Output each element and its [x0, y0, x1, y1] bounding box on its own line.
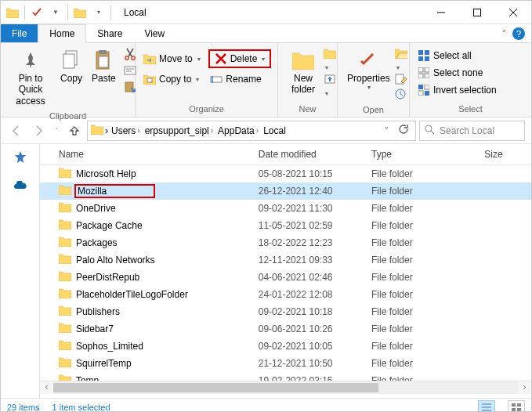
svg-rect-17	[147, 78, 152, 82]
move-to-button[interactable]: Move to▾	[140, 49, 204, 68]
column-header-name[interactable]: Name	[59, 149, 259, 160]
paste-shortcut-icon[interactable]	[124, 81, 136, 96]
svg-rect-25	[418, 56, 423, 61]
table-row[interactable]: Sidebar709-06-2021 10:26File folder	[40, 320, 531, 338]
open-icon[interactable]: ▾	[395, 48, 407, 72]
navigation-pane[interactable]	[1, 144, 40, 398]
tab-view[interactable]: View	[133, 24, 176, 42]
ribbon-group-new: New	[278, 104, 337, 117]
refresh-icon[interactable]	[395, 124, 412, 137]
status-item-count: 29 items	[7, 403, 40, 412]
properties-button[interactable]: Properties ▾	[342, 46, 395, 93]
table-row[interactable]: Mozilla26-12-2021 12:40File folder	[40, 183, 531, 200]
table-row[interactable]: Publishers09-02-2021 10:18File folder	[40, 303, 531, 320]
svg-point-9	[125, 56, 128, 60]
scroll-right-button[interactable]: ›	[518, 381, 531, 394]
folder-icon	[59, 236, 73, 250]
new-folder-button[interactable]: New folder	[283, 46, 324, 97]
breadcrumb[interactable]: erpsupport_sipl›	[143, 125, 215, 136]
onedrive-icon[interactable]	[13, 181, 27, 193]
search-input[interactable]: Search Local	[419, 121, 525, 141]
back-button[interactable]	[7, 121, 26, 140]
pin-to-quick-access-button[interactable]: Pin to Quick access	[5, 46, 56, 108]
column-header-type[interactable]: Type	[371, 149, 484, 160]
scroll-left-button[interactable]: ‹	[40, 381, 53, 394]
rename-button[interactable]: Rename	[207, 71, 264, 87]
svg-rect-14	[125, 82, 133, 92]
svg-rect-33	[418, 91, 423, 96]
table-row[interactable]: Sophos_Limited09-02-2021 10:05File folde…	[40, 338, 531, 355]
breadcrumb[interactable]: Users›	[110, 125, 142, 136]
table-row[interactable]: Package Cache11-05-2021 02:59File folder	[40, 217, 531, 234]
close-button[interactable]	[495, 1, 531, 24]
svg-rect-23	[418, 50, 423, 55]
copy-button[interactable]: Copy	[56, 46, 87, 85]
up-button[interactable]	[65, 121, 84, 140]
table-row[interactable]: Microsoft Help05-08-2021 10:15File folde…	[40, 165, 531, 183]
quick-access-icon[interactable]	[13, 150, 27, 167]
tab-share[interactable]: Share	[86, 24, 133, 42]
easy-access-icon[interactable]: ▾	[324, 74, 336, 98]
move-to-icon	[143, 52, 156, 65]
help-icon[interactable]: ?	[512, 27, 525, 40]
table-row[interactable]: PlaceholderTileLogoFolder24-01-2022 12:0…	[40, 286, 531, 303]
view-details-button[interactable]	[478, 400, 495, 413]
minimize-button[interactable]	[423, 1, 459, 24]
folder-icon	[5, 5, 20, 20]
cut-icon[interactable]	[124, 48, 136, 63]
qat-customize-icon[interactable]: ▾	[92, 5, 106, 20]
select-none-icon	[418, 67, 430, 79]
select-none-button[interactable]: Select none	[414, 65, 486, 81]
svg-rect-11	[125, 67, 136, 74]
status-selected: 1 item selected	[52, 403, 110, 412]
ribbon-collapse-icon[interactable]: ˄	[502, 29, 506, 38]
table-row[interactable]: PeerDistRepub04-06-2021 02:46File folder	[40, 269, 531, 286]
new-item-icon[interactable]: ▾	[324, 48, 336, 72]
table-row[interactable]: SquirrelTemp21-12-2021 10:50File folder	[40, 355, 531, 372]
folder-icon	[59, 322, 73, 336]
copy-to-icon	[143, 73, 156, 85]
qat-properties-icon[interactable]	[30, 5, 44, 20]
maximize-button[interactable]	[459, 1, 495, 24]
breadcrumb[interactable]: Local	[262, 125, 288, 136]
breadcrumb[interactable]: AppData›	[216, 125, 260, 136]
select-all-button[interactable]: Select all	[414, 48, 475, 63]
view-large-icons-button[interactable]	[508, 400, 525, 413]
invert-selection-button[interactable]: Invert selection	[414, 82, 500, 98]
ribbon-group-select: Select	[410, 104, 531, 117]
table-row[interactable]: OneDrive09-02-2021 11:30File folder	[40, 200, 531, 217]
forward-button[interactable]	[29, 121, 48, 140]
ribbon-group-organize: Organize	[136, 104, 277, 117]
table-row[interactable]: Palo Alto Networks12-11-2021 09:33File f…	[40, 251, 531, 269]
svg-line-36	[431, 131, 434, 134]
svg-rect-1	[474, 9, 481, 16]
folder-icon	[59, 167, 73, 181]
ribbon-group-open: Open	[338, 105, 409, 117]
select-all-icon	[418, 49, 430, 62]
svg-rect-30	[425, 74, 429, 78]
rename-icon	[210, 73, 223, 85]
column-header-date[interactable]: Date modified	[259, 149, 371, 160]
file-list[interactable]: Name Date modified Type Size Microsoft H…	[40, 144, 531, 398]
copy-to-button[interactable]: Copy to▾	[140, 71, 202, 87]
delete-button[interactable]: Delete▾	[208, 49, 272, 68]
folder-icon	[59, 184, 73, 198]
svg-rect-5	[63, 54, 74, 68]
address-bar[interactable]: › Users› erpsupport_sipl› AppData› Local…	[87, 121, 416, 141]
svg-point-10	[132, 56, 135, 60]
table-row[interactable]: Packages18-02-2022 12:23File folder	[40, 234, 531, 251]
tab-home[interactable]: Home	[38, 24, 86, 42]
svg-rect-40	[512, 403, 516, 407]
edit-icon[interactable]	[395, 74, 407, 87]
recent-button[interactable]: ˅	[51, 121, 62, 140]
copy-path-icon[interactable]	[124, 64, 136, 79]
tab-file[interactable]: File	[1, 24, 38, 42]
address-dropdown-icon[interactable]: ˅	[380, 126, 393, 135]
history-icon[interactable]	[395, 89, 407, 102]
scrollbar-horizontal[interactable]	[53, 381, 518, 394]
column-header-size[interactable]: Size	[484, 149, 531, 160]
paste-button[interactable]: Paste	[87, 46, 121, 85]
qat-dropdown-icon[interactable]: ▼	[49, 5, 63, 20]
svg-rect-27	[418, 67, 423, 72]
ribbon-group-clipboard: Clipboard	[1, 111, 135, 121]
